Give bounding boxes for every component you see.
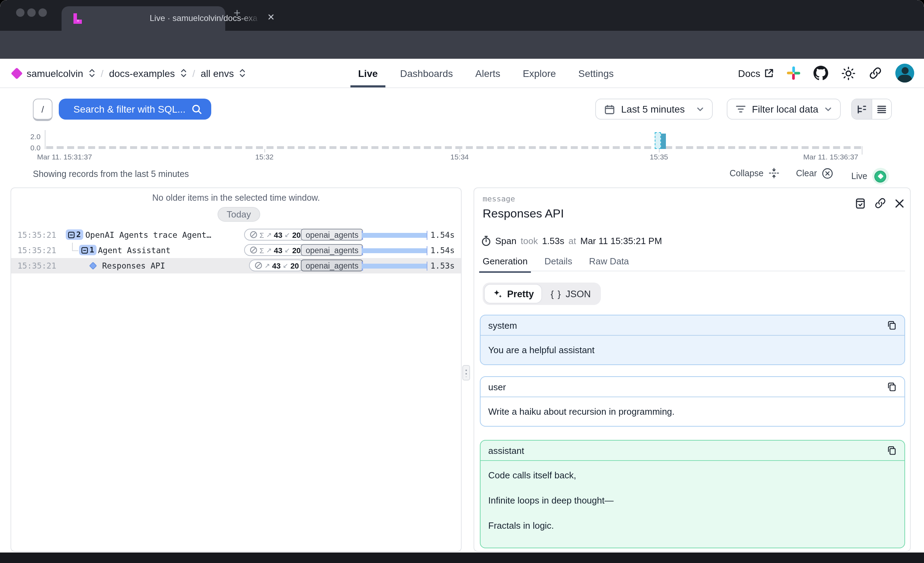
- json-label: JSON: [566, 289, 591, 299]
- theme-sun-icon[interactable]: [842, 66, 855, 80]
- table-row[interactable]: 15:35:21 1 Agent Assistant Σ ↗43 ↙20 ope…: [11, 243, 461, 258]
- at-word: at: [568, 236, 576, 246]
- tab-title: Live · samuelcolvin/docs-exa: [150, 13, 260, 23]
- traffic-light-close[interactable]: [16, 8, 24, 17]
- collapse-button[interactable]: Collapse: [729, 168, 779, 178]
- token-usage-pill: Σ ↗43 ↙20: [244, 229, 306, 241]
- span-name: OpenAI Agents trace Agent…: [86, 230, 211, 240]
- message-content: You are a helpful assistant: [480, 336, 904, 364]
- token-usage-pill: ↗43 ↙20: [249, 259, 304, 271]
- timeline-baseline[interactable]: [46, 146, 862, 149]
- traffic-light-zoom[interactable]: [39, 8, 47, 17]
- pretty-toggle-button[interactable]: Pretty: [485, 284, 542, 303]
- tab-explore[interactable]: Explore: [523, 59, 556, 87]
- x-tick-mark: [459, 149, 460, 153]
- header-actions: Docs: [738, 59, 914, 87]
- live-indicator-icon[interactable]: [872, 168, 889, 185]
- time-range-value: Last 5 minutes: [621, 103, 685, 115]
- clear-circle-x-icon: [822, 168, 833, 179]
- pretty-label: Pretty: [507, 289, 534, 299]
- x-axis-label: Mar 11. 15:31:37: [37, 153, 92, 161]
- docs-label: Docs: [738, 67, 760, 79]
- filter-icon: [736, 105, 746, 113]
- breadcrumb: samuelcolvin / docs-examples / all envs: [13, 59, 246, 87]
- copy-link-icon[interactable]: [874, 197, 886, 209]
- span-duration: 1.53s: [542, 236, 564, 246]
- token-coin-icon: [250, 246, 257, 254]
- x-tick-mark: [659, 149, 660, 153]
- x-axis-label: 15:35: [650, 153, 668, 161]
- token-usage-pill: Σ ↗43 ↙20: [244, 244, 306, 256]
- close-icon[interactable]: [895, 198, 904, 208]
- x-axis-label: 15:32: [255, 153, 274, 161]
- message-card-assistant: assistant Code calls itself back, Infini…: [480, 440, 905, 548]
- tab-generation[interactable]: Generation: [483, 256, 528, 273]
- message-content: Code calls itself back, Infinite loops i…: [480, 461, 904, 540]
- scope-tag[interactable]: openai_agents: [301, 259, 363, 271]
- scope-tag[interactable]: openai_agents: [301, 229, 363, 241]
- tab-dashboards[interactable]: Dashboards: [400, 59, 453, 87]
- list-view-icon: [877, 105, 886, 114]
- filter-local-data-select[interactable]: Filter local data: [727, 99, 841, 120]
- row-timestamp: 15:35:21: [18, 246, 56, 255]
- tab-live[interactable]: Live: [358, 59, 378, 87]
- clear-label: Clear: [796, 169, 817, 178]
- docs-link[interactable]: Docs: [738, 67, 774, 79]
- tab-close-icon[interactable]: ✕: [267, 12, 275, 22]
- collapse-icon: [768, 168, 779, 178]
- span-timestamp: Mar 11 15:35:21 PM: [580, 236, 662, 246]
- tab-settings[interactable]: Settings: [579, 59, 614, 87]
- window-bottom-edge: [0, 553, 924, 563]
- table-check-icon[interactable]: [855, 198, 866, 209]
- share-link-icon[interactable]: [869, 66, 882, 80]
- breadcrumb-env[interactable]: all envs: [201, 67, 234, 79]
- row-timestamp: 15:35:21: [18, 230, 56, 240]
- detail-tabs-divider: [480, 271, 905, 271]
- live-toggle[interactable]: Live: [851, 168, 889, 185]
- collapse-count-badge[interactable]: 1: [79, 245, 96, 255]
- span-word: Span: [495, 236, 516, 246]
- slack-icon[interactable]: [787, 66, 800, 80]
- table-row-selected[interactable]: 15:35:21 Responses API ↗43 ↙20 openai_ag…: [11, 258, 461, 274]
- copy-icon[interactable]: [887, 320, 897, 330]
- duration-label: 1.54s: [430, 230, 454, 240]
- tab-details[interactable]: Details: [544, 256, 573, 273]
- copy-icon[interactable]: [887, 382, 897, 392]
- timeline-bar[interactable]: [661, 133, 666, 149]
- live-label: Live: [851, 171, 867, 181]
- traffic-light-minimize[interactable]: [27, 8, 36, 17]
- y-axis-tick: 0.0: [22, 143, 40, 152]
- date-pill[interactable]: Today: [218, 207, 260, 222]
- tab-raw-data[interactable]: Raw Data: [589, 256, 629, 273]
- collapse-count-badge[interactable]: 2: [66, 229, 83, 240]
- env-selector-icon[interactable]: [240, 69, 246, 78]
- project-selector-icon[interactable]: [180, 69, 187, 78]
- org-selector-icon[interactable]: [89, 69, 95, 78]
- breadcrumb-project[interactable]: docs-examples: [109, 67, 175, 79]
- panel-resize-handle[interactable]: [462, 365, 470, 380]
- braces-icon: { }: [551, 289, 562, 299]
- scope-tag[interactable]: openai_agents: [301, 244, 363, 256]
- table-row[interactable]: 15:35:21 2 OpenAI Agents trace Agent… Σ …: [11, 227, 461, 243]
- list-view-button[interactable]: [871, 99, 891, 119]
- logfire-logo-icon[interactable]: [11, 67, 23, 79]
- new-tab-button[interactable]: +: [234, 6, 241, 20]
- copy-icon[interactable]: [887, 446, 897, 455]
- token-coin-icon: [250, 231, 257, 238]
- search-label: Search & filter with SQL...: [74, 103, 186, 115]
- duration-bar: [362, 231, 428, 240]
- breadcrumb-org[interactable]: samuelcolvin: [27, 67, 83, 79]
- time-range-select[interactable]: Last 5 minutes: [595, 99, 713, 120]
- detail-tabs: Generation Details Raw Data: [483, 256, 629, 273]
- calendar-icon: [604, 104, 615, 114]
- duration-bar: [362, 246, 428, 255]
- github-icon[interactable]: [813, 66, 828, 81]
- tab-alerts[interactable]: Alerts: [475, 59, 501, 87]
- tree-view-button[interactable]: [852, 99, 871, 119]
- browser-tab[interactable]: Live · samuelcolvin/docs-exa ✕: [62, 6, 225, 31]
- timeline-selection-band[interactable]: [655, 132, 661, 149]
- search-sql-button[interactable]: Search & filter with SQL...: [59, 99, 211, 120]
- user-avatar[interactable]: [896, 64, 914, 82]
- clear-button[interactable]: Clear: [796, 168, 833, 179]
- json-toggle-button[interactable]: { } JSON: [543, 284, 599, 303]
